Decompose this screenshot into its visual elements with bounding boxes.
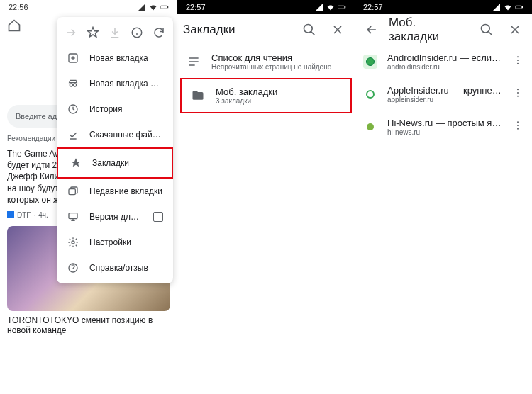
more-icon[interactable] bbox=[512, 55, 523, 69]
status-bar: 22:56 bbox=[0, 0, 177, 14]
info-icon[interactable] bbox=[128, 24, 145, 41]
status-bar: 22:57 bbox=[177, 0, 355, 14]
incognito-icon bbox=[67, 78, 79, 89]
status-bar: 22:57 bbox=[355, 0, 532, 14]
svg-point-5 bbox=[74, 84, 77, 86]
toolbar: Закладки bbox=[177, 14, 355, 45]
menu-incognito[interactable]: Новая вкладка инкогн... bbox=[57, 71, 173, 96]
tabs-icon bbox=[67, 186, 79, 197]
history-icon bbox=[67, 103, 79, 115]
svg-point-22 bbox=[517, 96, 519, 97]
svg-point-25 bbox=[517, 128, 519, 130]
menu-recent-tabs[interactable]: Недавние вкладки bbox=[57, 179, 173, 204]
toolbar: Моб. закладки bbox=[355, 14, 532, 45]
wifi-icon bbox=[149, 3, 157, 11]
svg-point-17 bbox=[517, 56, 519, 57]
battery-icon bbox=[338, 3, 346, 11]
more-icon[interactable] bbox=[512, 120, 523, 134]
status-time: 22:57 bbox=[186, 3, 206, 11]
back-button[interactable] bbox=[360, 18, 383, 41]
svg-point-13 bbox=[304, 25, 313, 33]
favicon bbox=[363, 120, 377, 134]
menu-new-tab[interactable]: Новая вкладка bbox=[57, 45, 173, 71]
reading-list-icon bbox=[186, 54, 201, 69]
page-title: Закладки bbox=[183, 23, 292, 37]
svg-point-20 bbox=[517, 89, 519, 90]
forward-icon bbox=[62, 24, 79, 41]
download-icon bbox=[106, 24, 123, 41]
close-button[interactable] bbox=[326, 18, 349, 41]
checkbox[interactable] bbox=[153, 212, 163, 222]
bookmark-item[interactable]: AppleInsider.ru — крупнейший сайт... app… bbox=[355, 78, 532, 111]
svg-point-23 bbox=[517, 121, 519, 123]
svg-rect-15 bbox=[522, 6, 523, 8]
signal-icon bbox=[315, 3, 323, 11]
source-icon bbox=[7, 211, 14, 218]
battery-icon bbox=[515, 3, 523, 11]
battery-icon bbox=[160, 3, 169, 11]
svg-rect-14 bbox=[516, 6, 522, 9]
mobile-bookmarks-folder[interactable]: Моб. закладки 3 закладки bbox=[182, 79, 350, 112]
svg-point-9 bbox=[72, 241, 74, 244]
svg-rect-12 bbox=[345, 6, 345, 8]
article-title[interactable]: TORONTOTOKYO сменит позицию в новой кома… bbox=[0, 315, 177, 335]
svg-point-21 bbox=[517, 92, 519, 94]
menu-settings[interactable]: Настройки bbox=[57, 230, 173, 255]
svg-rect-7 bbox=[69, 189, 75, 195]
menu-desktop-site[interactable]: Версия для ПК bbox=[57, 204, 173, 230]
status-time: 22:56 bbox=[9, 3, 28, 11]
download-done-icon bbox=[67, 129, 79, 140]
gear-icon bbox=[67, 237, 79, 248]
signal-icon bbox=[138, 3, 146, 11]
desktop-icon bbox=[67, 211, 79, 223]
favicon bbox=[363, 87, 377, 101]
svg-point-19 bbox=[517, 63, 519, 64]
wifi-icon bbox=[326, 3, 335, 11]
page-title: Моб. закладки bbox=[389, 16, 470, 44]
svg-point-24 bbox=[517, 125, 519, 126]
search-button[interactable] bbox=[475, 18, 498, 41]
svg-rect-1 bbox=[167, 6, 168, 8]
svg-point-18 bbox=[517, 60, 519, 61]
svg-point-16 bbox=[482, 25, 490, 33]
star-icon[interactable] bbox=[84, 24, 101, 41]
signal-icon bbox=[492, 3, 501, 11]
menu-help[interactable]: Справка/отзыв bbox=[57, 255, 173, 281]
folder-icon bbox=[190, 88, 206, 103]
status-time: 22:57 bbox=[363, 3, 383, 11]
refresh-icon[interactable] bbox=[150, 24, 167, 41]
overflow-menu: Новая вкладка Новая вкладка инкогн... Ис… bbox=[57, 17, 173, 283]
more-icon[interactable] bbox=[512, 87, 523, 101]
menu-history[interactable]: История bbox=[57, 96, 173, 122]
menu-downloads[interactable]: Скачанные файлы bbox=[57, 122, 173, 147]
svg-rect-8 bbox=[69, 213, 77, 219]
search-button[interactable] bbox=[298, 18, 321, 41]
wifi-icon bbox=[504, 3, 512, 11]
close-button[interactable] bbox=[504, 18, 526, 41]
home-icon[interactable] bbox=[3, 14, 26, 37]
svg-point-4 bbox=[70, 84, 72, 86]
favicon bbox=[363, 55, 377, 69]
bookmark-item[interactable]: Hi-News.ru — простым языком о н... hi-ne… bbox=[355, 111, 532, 143]
bookmark-item[interactable]: AndroidInsider.ru — если у вас сма... an… bbox=[355, 45, 532, 78]
help-icon bbox=[67, 262, 79, 274]
svg-rect-0 bbox=[161, 6, 167, 9]
menu-bookmarks[interactable]: Закладки bbox=[60, 150, 170, 176]
svg-rect-11 bbox=[338, 6, 345, 9]
star-filled-icon bbox=[70, 157, 82, 169]
reading-list-item[interactable]: Список для чтения Непрочитанных страниц … bbox=[177, 45, 355, 78]
plus-square-icon bbox=[67, 52, 79, 64]
